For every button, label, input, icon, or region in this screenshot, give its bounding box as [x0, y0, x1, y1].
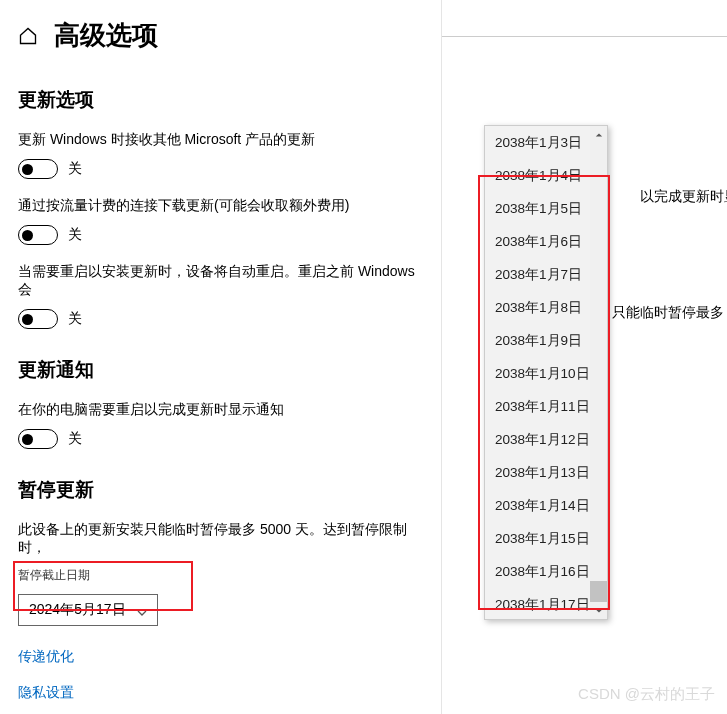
link-delivery-optimization[interactable]: 传递优化 — [18, 648, 423, 666]
list-item[interactable]: 2038年1月3日 — [485, 126, 592, 159]
list-item[interactable]: 2038年1月12日 — [485, 423, 592, 456]
list-item[interactable]: 2038年1月11日 — [485, 390, 592, 423]
list-item[interactable]: 2038年1月7日 — [485, 258, 592, 291]
toggle-ms-products-state: 关 — [68, 160, 82, 178]
list-item[interactable]: 2038年1月9日 — [485, 324, 592, 357]
section-update-options-title: 更新选项 — [18, 87, 423, 113]
toggle-metered-state: 关 — [68, 226, 82, 244]
date-dropdown-popup: 2038年1月3日 2038年1月4日 2038年1月5日 2038年1月6日 … — [484, 125, 608, 620]
toggle-auto-restart[interactable] — [18, 309, 58, 329]
toggle-ms-products[interactable] — [18, 159, 58, 179]
home-icon[interactable] — [18, 26, 38, 46]
pause-description: 此设备上的更新安装只能临时暂停最多 5000 天。达到暂停限制时， — [18, 521, 423, 557]
watermark: CSDN @云村的王子 — [578, 685, 715, 704]
list-item[interactable]: 2038年1月10日 — [485, 357, 592, 390]
list-item[interactable]: 2038年1月17日 — [485, 588, 592, 619]
list-item[interactable]: 2038年1月16日 — [485, 555, 592, 588]
toggle-row-notify: 关 — [18, 429, 423, 449]
toggle-metered[interactable] — [18, 225, 58, 245]
list-item[interactable]: 2038年1月15日 — [485, 522, 592, 555]
link-privacy-settings[interactable]: 隐私设置 — [18, 684, 423, 702]
section-pause-title: 暂停更新 — [18, 477, 423, 503]
setting-metered-text: 通过按流量计费的连接下载更新(可能会收取额外费用) — [18, 197, 423, 215]
pause-date-dropdown[interactable]: 2024年5月17日 — [18, 594, 158, 626]
toggle-auto-restart-state: 关 — [68, 310, 82, 328]
scroll-down-button[interactable] — [590, 602, 607, 619]
pause-deadline-label: 暂停截止日期 — [18, 567, 423, 584]
chevron-down-icon — [137, 605, 147, 615]
toggle-row-auto-restart: 关 — [18, 309, 423, 329]
setting-ms-products-text: 更新 Windows 时接收其他 Microsoft 产品的更新 — [18, 131, 423, 149]
page-title: 高级选项 — [54, 18, 158, 53]
section-update-notify-title: 更新通知 — [18, 357, 423, 383]
scroll-up-button[interactable] — [590, 126, 607, 143]
pause-date-selected: 2024年5月17日 — [29, 601, 126, 619]
divider — [442, 36, 727, 37]
toggle-row-ms-products: 关 — [18, 159, 423, 179]
dropdown-list: 2038年1月3日 2038年1月4日 2038年1月5日 2038年1月6日 … — [485, 126, 592, 619]
setting-notify-text: 在你的电脑需要重启以完成更新时显示通知 — [18, 401, 423, 419]
bg-text-notify-fragment: 以完成更新时显示通 — [640, 188, 727, 206]
list-item[interactable]: 2038年1月5日 — [485, 192, 592, 225]
right-area: 以完成更新时显示通 只能临时暂停最多 5 2038年1月3日 2038年1月4日… — [442, 0, 727, 714]
toggle-notify[interactable] — [18, 429, 58, 449]
toggle-row-metered: 关 — [18, 225, 423, 245]
scrollbar[interactable] — [590, 126, 607, 619]
header-row: 高级选项 — [18, 18, 423, 53]
list-item[interactable]: 2038年1月14日 — [485, 489, 592, 522]
list-item[interactable]: 2038年1月8日 — [485, 291, 592, 324]
bg-text-pause-fragment: 只能临时暂停最多 5 — [612, 304, 727, 322]
list-item[interactable]: 2038年1月13日 — [485, 456, 592, 489]
setting-auto-restart-text: 当需要重启以安装更新时，设备将自动重启。重启之前 Windows 会 — [18, 263, 423, 299]
toggle-notify-state: 关 — [68, 430, 82, 448]
list-item[interactable]: 2038年1月6日 — [485, 225, 592, 258]
scrollbar-thumb[interactable] — [590, 581, 607, 603]
list-item[interactable]: 2038年1月4日 — [485, 159, 592, 192]
settings-panel: 高级选项 更新选项 更新 Windows 时接收其他 Microsoft 产品的… — [0, 0, 442, 714]
